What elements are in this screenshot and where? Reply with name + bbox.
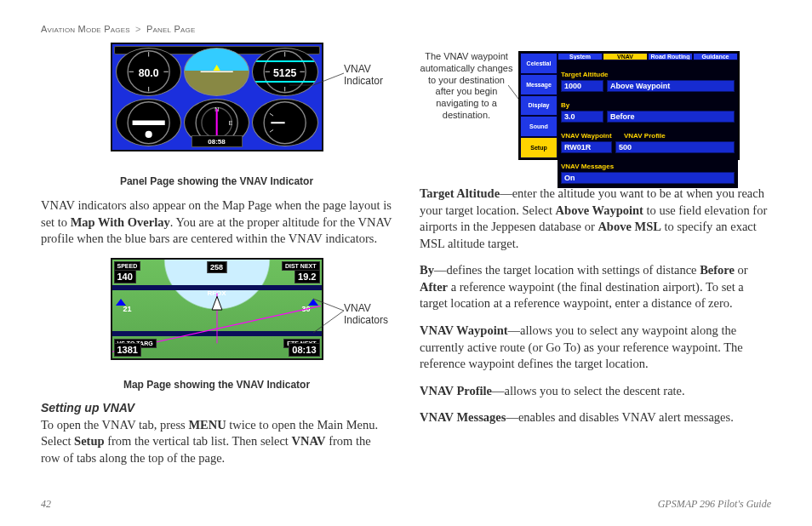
breadcrumb-sep: > xyxy=(135,24,141,34)
gauge-panel: KMCI 80.0 5125 xyxy=(111,43,323,152)
f-profile-v[interactable]: 500 xyxy=(615,141,735,153)
breadcrumb-a: Aviation Mode Pages xyxy=(41,24,130,34)
setup-screen: Celestial Message Display Sound Setup Sy… xyxy=(518,51,740,160)
clock-readout: 08:58 xyxy=(192,135,243,147)
svg-text:80.0: 80.0 xyxy=(138,67,158,79)
def-vnav-waypoint: VNAV Waypoint—allows you to select any w… xyxy=(420,323,771,373)
breadcrumb-b: Panel Page xyxy=(146,24,196,34)
figure-panel-page: KMCI 80.0 5125 xyxy=(41,43,392,170)
top-tabs: System VNAV Road Routing Guidance xyxy=(558,53,738,60)
para-map-overlay: VNAV indicators also appear on the Map P… xyxy=(41,197,392,248)
svg-text:E: E xyxy=(229,119,233,125)
top-tab-vnav[interactable]: VNAV xyxy=(603,53,648,60)
figure-map-page: SPEED 140 258 DIST NEXT 19.2 21 30 RFOX … xyxy=(41,258,392,374)
gauge-turn xyxy=(116,99,181,147)
doc-title: GPSMAP 296 Pilot's Guide xyxy=(658,498,771,511)
f-msgs-v[interactable]: On xyxy=(561,172,735,184)
para-setup-vnav: To open the VNAV tab, press MENU twice t… xyxy=(41,417,392,467)
setup-note: The VNAV waypoint automatically changes … xyxy=(420,51,513,122)
f-label-profile: VNAV Profile xyxy=(624,132,735,140)
map-panel: SPEED 140 258 DIST NEXT 19.2 21 30 RFOX … xyxy=(111,258,323,360)
svg-rect-15 xyxy=(132,120,164,124)
svg-point-16 xyxy=(145,130,152,137)
left-tab-sound[interactable]: Sound xyxy=(520,116,558,137)
f-by-mode[interactable]: Before xyxy=(607,111,735,123)
def-by: By—defines the target location with sett… xyxy=(420,262,771,312)
top-tab-guidance[interactable]: Guidance xyxy=(693,53,738,60)
f-label-by: By xyxy=(561,101,576,109)
page-number: 42 xyxy=(41,498,51,511)
f-label-msgs: VNAV Messages xyxy=(561,163,629,170)
breadcrumb: Aviation Mode Pages > Panel Page xyxy=(41,24,771,34)
leader-label-vnav-indicators: VNAV Indicators xyxy=(344,302,392,326)
top-tab-system[interactable]: System xyxy=(558,53,603,60)
svg-marker-30 xyxy=(212,296,222,310)
f-label-wpt: VNAV Waypoint xyxy=(561,132,620,140)
left-tab-celestial[interactable]: Celestial xyxy=(520,53,558,74)
f-wpt-v[interactable]: RW01R xyxy=(561,141,612,153)
f-target-alt-v[interactable]: 1000 xyxy=(561,80,603,92)
f-label-target-alt: Target Altitude xyxy=(561,71,620,78)
def-target-altitude: Target Altitude—enter the altitude you w… xyxy=(420,186,771,252)
gauge-attitude xyxy=(184,48,249,96)
left-tab-display[interactable]: Display xyxy=(520,95,558,117)
svg-text:5125: 5125 xyxy=(273,67,296,79)
caption-fig2: Map Page showing the VNAV Indicator xyxy=(41,379,392,391)
gauge-altimeter: 5125 xyxy=(252,48,317,96)
heading-setting-up-vnav: Setting up VNAV xyxy=(41,401,392,415)
figure-vnav-setup: The VNAV waypoint automatically changes … xyxy=(420,51,771,186)
top-tab-road-routing[interactable]: Road Routing xyxy=(648,53,693,60)
gauge-vsi xyxy=(252,99,317,147)
gauge-airspeed: 80.0 xyxy=(116,48,181,96)
left-tab-message[interactable]: Message xyxy=(520,74,558,95)
left-tabs: Celestial Message Display Sound Setup xyxy=(520,53,558,158)
leader-label-vnav-indicator: VNAV Indicator xyxy=(344,63,392,87)
page-footer: 42 GPSMAP 296 Pilot's Guide xyxy=(41,498,771,511)
left-tab-setup[interactable]: Setup xyxy=(520,137,558,158)
svg-marker-7 xyxy=(213,65,220,71)
caption-fig1: Panel Page showing the VNAV Indicator xyxy=(41,175,392,187)
def-vnav-messages: VNAV Messages—enables and disables VNAV … xyxy=(420,409,771,426)
f-target-alt-mode[interactable]: Above Waypoint xyxy=(607,80,735,92)
f-by-v[interactable]: 3.0 xyxy=(561,111,603,123)
def-vnav-profile: VNAV Profile—allows you to select the de… xyxy=(420,383,771,400)
